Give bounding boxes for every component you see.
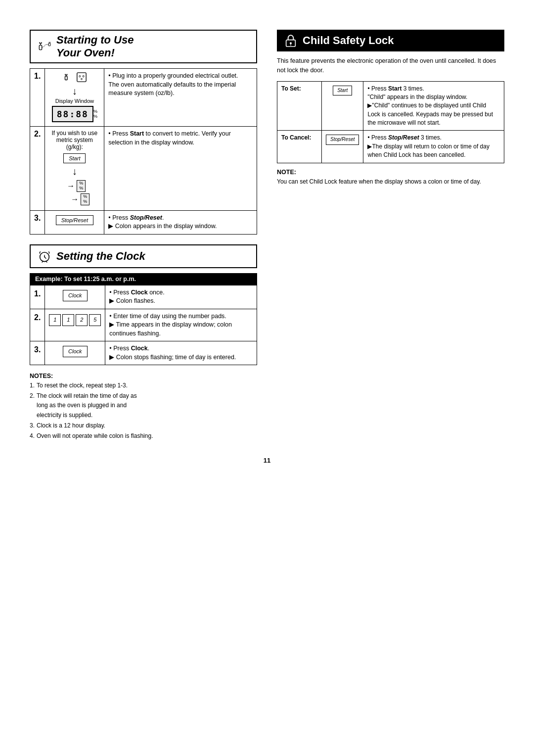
clock-notes-list: To reset the clock, repeat step 1-3. The…: [30, 381, 257, 441]
child-to-cancel-text: • Press Stop/Reset 3 times. ▶The display…: [363, 131, 504, 163]
step-1-bullet: • Plug into a properly grounded electric…: [108, 72, 238, 79]
clock-step-3-image: Clock: [45, 341, 105, 365]
svg-point-18: [290, 42, 292, 44]
clock-steps-table: 1. Clock • Press Clock once. ▶ Colon fla…: [30, 285, 257, 366]
oven-step-3: 3. Stop/Reset • Press Stop/Reset. ▶ Colo…: [30, 210, 257, 234]
step-1-body: The oven automatically defaults to the i…: [108, 81, 236, 97]
clock-notes-label: NOTES:: [30, 371, 257, 381]
start-button-step2[interactable]: Start: [63, 153, 86, 163]
clock-button-step1[interactable]: Clock: [63, 290, 88, 301]
display-percent: %%: [93, 109, 97, 119]
clock-step-3-visual: Clock: [49, 344, 101, 359]
child-to-cancel-label: To Cancel:: [277, 131, 322, 163]
oven-steps-table: 1.: [30, 68, 257, 235]
step-2-intro: If you wish to use metric system (g/kg):: [49, 130, 100, 150]
clock-note-2: The clock will retain the time of day as…: [30, 391, 257, 420]
clock-note-1: To reset the clock, repeat step 1-3.: [30, 381, 257, 390]
child-to-set-label: To Set:: [277, 81, 322, 131]
child-to-set-image: Start: [322, 81, 363, 131]
starting-to-use-header: Starting to Use Your Oven!: [30, 30, 257, 63]
step-2-text: • Press Start to convert to metric. Veri…: [104, 127, 257, 211]
clock-step-1-bullet: • Press Clock once.: [109, 289, 164, 296]
num-1-btn-b[interactable]: 1: [62, 314, 74, 326]
clock-step-1-num: 1.: [30, 285, 45, 309]
outlet-icon: [76, 72, 87, 83]
child-to-set-bullet1: • Press Start 3 times.: [367, 85, 424, 92]
clock-step-2-body: ▶ Time appears in the display window; co…: [109, 321, 232, 337]
num-5-btn[interactable]: 5: [89, 314, 101, 326]
step-3-image: Stop/Reset: [45, 210, 104, 234]
clock-step-2-image: 1 1 2 5: [45, 309, 105, 341]
svg-rect-0: [39, 45, 42, 49]
clock-step-1-image: Clock: [45, 285, 105, 309]
child-safety-title: Child Safety Lock: [303, 34, 394, 47]
num-1-btn-a[interactable]: 1: [49, 314, 61, 326]
num-2-btn[interactable]: 2: [76, 314, 88, 326]
child-safety-section: Child Safety Lock This feature prevents …: [277, 30, 504, 235]
clock-example-bar: Example: To set 11:25 a.m. or p.m.: [30, 273, 257, 285]
clock-step-1: 1. Clock • Press Clock once. ▶ Colon fla…: [30, 285, 257, 309]
display-window-label: Display Window: [55, 98, 94, 104]
clock-title: Setting the Clock: [56, 250, 145, 263]
svg-point-23: [44, 256, 45, 257]
setting-clock-section: Setting the Clock Example: To set 11:25 …: [30, 244, 257, 442]
child-safety-table: To Set: Start • Press Start 3 times. "Ch…: [277, 81, 504, 163]
stop-reset-button-step3[interactable]: Stop/Reset: [56, 215, 93, 225]
step-3-text: • Press Stop/Reset. ▶ Colon appears in t…: [104, 210, 257, 234]
lock-icon: [283, 33, 299, 48]
step-2-num: 2.: [30, 127, 45, 211]
clock-step-2-visual: 1 1 2 5: [49, 312, 101, 328]
start-button-child[interactable]: Start: [333, 86, 352, 96]
child-note: NOTE: You can set Child Lock feature whe…: [277, 168, 504, 186]
step-3-num: 3.: [30, 210, 45, 234]
clock-step-1-text: • Press Clock once. ▶ Colon flashes.: [105, 285, 257, 309]
step-3-bullet: • Press Stop/Reset.: [108, 214, 164, 221]
hand-plug-icon: [37, 39, 52, 54]
step-2-image: If you wish to use metric system (g/kg):…: [45, 127, 104, 211]
stop-reset-button-child[interactable]: Stop/Reset: [326, 135, 359, 145]
clock-step-2: 2. 1 1 2 5 • Enter time of day using the…: [30, 309, 257, 341]
step-1-text: • Plug into a properly grounded electric…: [104, 69, 257, 127]
clock-button-step3[interactable]: Clock: [63, 346, 88, 357]
child-to-set-text: • Press Start 3 times. "Child" appears i…: [363, 81, 504, 131]
step-1-num: 1.: [30, 69, 45, 127]
step-1-visual: ↓ Display Window 88:88 %%: [49, 72, 100, 123]
clock-step-3: 3. Clock • Press Clock. ▶ Colon stops fl…: [30, 341, 257, 365]
starting-to-use-title: Starting to Use Your Oven!: [56, 34, 134, 59]
down-arrow-step2: ↓: [72, 166, 77, 177]
alarm-clock-icon: [37, 248, 52, 264]
clock-step-2-text: • Enter time of day using the number pad…: [105, 309, 257, 341]
step-3-body: ▶ Colon appears in the display window.: [108, 223, 217, 230]
svg-rect-5: [48, 43, 50, 46]
numpad-row: 1 1 2 5: [49, 314, 101, 326]
clock-note-4: Oven will not operate while colon is fla…: [30, 431, 257, 441]
clock-step-3-body: ▶ Colon stops flashing; time of day is e…: [109, 354, 236, 361]
child-note-text: You can set Child Lock feature when the …: [277, 178, 504, 186]
starting-to-use-section: Starting to Use Your Oven! 1.: [30, 30, 257, 235]
svg-rect-13: [77, 73, 86, 82]
empty-cell: [277, 244, 504, 442]
child-to-set-bullet2: "Child" appears in the display window.: [367, 94, 467, 100]
page-number: 11: [30, 457, 504, 464]
clock-step-3-num: 3.: [30, 341, 45, 365]
child-intro-text: This feature prevents the electronic ope…: [277, 56, 504, 75]
step-2-visual: If you wish to use metric system (g/kg):…: [49, 130, 100, 207]
clock-step-1-visual: Clock: [49, 288, 101, 303]
child-to-cancel-row: To Cancel: Stop/Reset • Press Stop/Reset…: [277, 131, 504, 163]
oven-step-2: 2. If you wish to use metric system (g/k…: [30, 127, 257, 211]
child-safety-header: Child Safety Lock: [277, 30, 504, 51]
child-to-cancel-image: Stop/Reset: [322, 131, 363, 163]
clock-header: Setting the Clock: [30, 244, 257, 268]
clock-step-1-body: ▶ Colon flashes.: [109, 297, 155, 304]
display-digits: 88:88: [52, 106, 93, 122]
down-arrow-step1: ↓: [72, 86, 77, 97]
child-note-label: NOTE:: [277, 169, 296, 176]
child-to-set-bullet3: ▶"Child" continues to be displayed until…: [367, 102, 492, 126]
oven-step-1: 1.: [30, 69, 257, 127]
clock-step-2-num: 2.: [30, 309, 45, 341]
clock-step-3-bullet: • Press Clock.: [109, 345, 149, 352]
step-2-bullet: • Press Start to convert to metric. Veri…: [108, 130, 231, 146]
child-cancel-bullet2: ▶The display will return to colon or tim…: [367, 143, 489, 158]
clock-note-3: Clock is a 12 hour display.: [30, 421, 257, 430]
clock-step-3-text: • Press Clock. ▶ Colon stops flashing; t…: [105, 341, 257, 365]
